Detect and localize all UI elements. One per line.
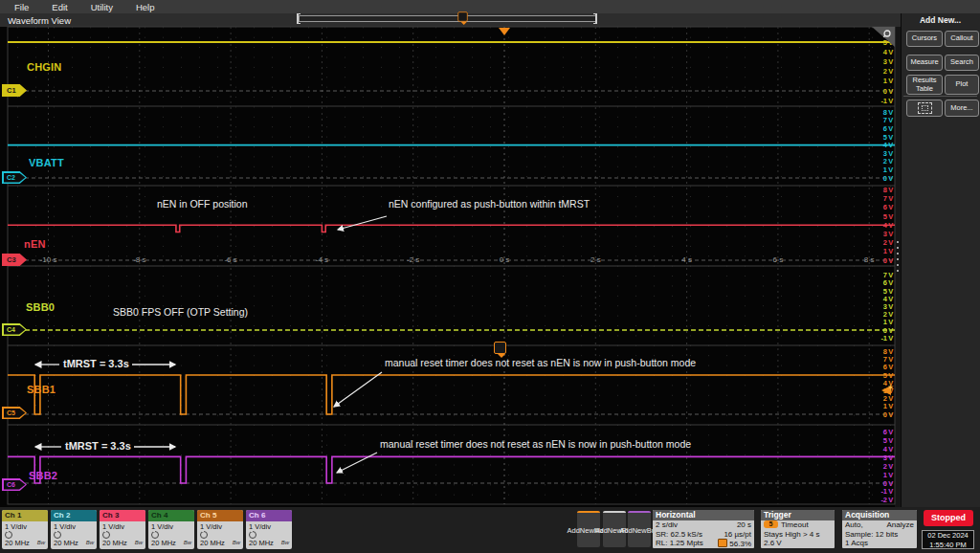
add-new-more-button[interactable]: More...	[945, 100, 979, 117]
annotation-callout[interactable]: manual reset timer does not reset as nEN…	[380, 438, 691, 450]
annotation-callout[interactable]: manual reset timer does not reset as nEN…	[385, 357, 696, 368]
add-new-results-table[interactable]: Results Table	[906, 75, 943, 95]
channel-vdiv: 1 V/div	[5, 522, 45, 531]
bottom-channel-badge-2[interactable]: Ch 21 V/div20 MHzBw	[51, 510, 97, 549]
scale-label-C6: 6 V	[862, 428, 893, 436]
channel-badge-body: 1 V/div20 MHzBw	[197, 521, 243, 548]
channel-bandwidth: 20 MHz	[5, 539, 30, 547]
probe-icon	[200, 531, 208, 539]
scale-label-C3: 0 V	[862, 256, 893, 265]
channel-bandwidth: 20 MHz	[102, 539, 127, 547]
probe-icon	[54, 531, 61, 539]
channel-badge-inner: C2	[4, 173, 26, 183]
trigger-panel[interactable]: Trigger 5Timeout Stays High > 4 s 2.6 V	[761, 510, 835, 548]
annotation-callout[interactable]: nEN in OFF position	[157, 198, 248, 210]
trigger-level: 2.6 V	[764, 539, 782, 548]
scale-label-C6: 0 V	[862, 479, 893, 488]
scale-label-C6: 4 V	[862, 445, 893, 453]
add-new-grid-button[interactable]	[906, 100, 943, 117]
channel-label-nEN: nEN	[24, 238, 46, 250]
bottom-channel-badge-6[interactable]: Ch 61 V/div20 MHzBw	[246, 510, 292, 549]
channel-vdiv: 1 V/div	[200, 522, 240, 531]
probe-row	[5, 531, 45, 539]
channel-bandwidth: 20 MHz	[54, 539, 78, 547]
acquisition-panel[interactable]: Acquisition Auto,Analyze Sample: 12 bits…	[842, 510, 917, 548]
probe-row	[200, 531, 240, 539]
horizontal-window: 20 s	[737, 520, 751, 530]
channel-badge-header: Ch 4	[148, 510, 194, 521]
bandwidth-row: 20 MHzBw	[151, 539, 191, 547]
annotation-callout[interactable]: SBB0 FPS OFF (OTP Setting)	[113, 306, 248, 318]
probe-icon	[249, 531, 256, 539]
acquisition-panel-title: Acquisition	[842, 510, 917, 520]
channel-label-CHGIN: CHGIN	[27, 61, 61, 73]
channel-vdiv: 1 V/div	[151, 522, 191, 531]
channel-bandwidth: 20 MHz	[249, 539, 274, 547]
oscilloscope-screen: FileEditUtilityHelp Waveform View -10 s-…	[0, 0, 980, 553]
trigger-event-pin[interactable]	[494, 342, 506, 354]
probe-row	[54, 531, 94, 539]
scale-label-C1: 0 V	[862, 87, 893, 96]
add-new-measure[interactable]: Measure	[906, 55, 943, 71]
scale-label-C4: -1 V	[862, 334, 893, 343]
scale-label-C3: 7 V	[862, 194, 893, 203]
trigger-position-pin-overview[interactable]	[457, 11, 467, 21]
bandwidth-limit-icon: Bw	[281, 539, 289, 547]
bottom-channel-badge-5[interactable]: Ch 51 V/div20 MHzBw	[197, 510, 243, 549]
graticule-dot-grid	[8, 27, 895, 504]
trigger-source-badge: 5	[764, 520, 778, 528]
bottom-channel-badge-4[interactable]: Ch 41 V/div20 MHzBw	[148, 510, 194, 549]
time-tick-label: 0 s	[490, 255, 519, 264]
channel-bandwidth: 20 MHz	[200, 539, 225, 547]
scale-label-C6: 1 V	[862, 471, 893, 479]
add-new-bus-button[interactable]: AddNewBus	[628, 511, 651, 547]
acquisition-count: 1 Acqs	[845, 539, 868, 548]
annotation-callout[interactable]: nEN configured as push-button within tMR…	[389, 198, 590, 210]
time-tick-label: 2 s	[581, 255, 610, 264]
probe-row	[151, 531, 191, 539]
run-stop-button[interactable]: Stopped	[924, 510, 973, 526]
channel-badge-body: 1 V/div20 MHzBw	[2, 521, 48, 548]
menu-help[interactable]: Help	[136, 2, 155, 12]
time-tick-label: -8 s	[125, 255, 154, 264]
add-new-search[interactable]: Search	[945, 55, 979, 71]
trigger-spark-icon: ✶	[887, 383, 895, 392]
channel-badge-body: 1 V/div20 MHzBw	[51, 521, 97, 548]
bandwidth-row: 20 MHzBw	[200, 539, 240, 547]
channel-badge-header: Ch 3	[100, 510, 145, 521]
probe-icon	[102, 531, 110, 539]
splitter-grip-handle[interactable]	[896, 239, 900, 272]
record-view-left-bracket	[297, 13, 301, 24]
channel-badge-body: 1 V/div20 MHzBw	[100, 521, 145, 548]
time-text: 1:55:40 PM	[923, 541, 973, 550]
bandwidth-limit-icon: Bw	[184, 539, 191, 547]
channel-badge-header: Ch 1	[2, 510, 48, 521]
bandwidth-row: 20 MHzBw	[5, 539, 45, 547]
dashed-grid-icon	[918, 102, 932, 114]
channel-badge-header: Ch 2	[51, 510, 97, 521]
scale-label-C5: 0 V	[862, 410, 893, 419]
add-new-callout[interactable]: Callout	[945, 31, 979, 47]
channel-label-SBB0: SBB0	[26, 301, 55, 313]
menu-file[interactable]: File	[14, 2, 29, 12]
bandwidth-limit-icon: Bw	[233, 539, 240, 547]
bottom-channel-badge-3[interactable]: Ch 31 V/div20 MHzBw	[100, 510, 145, 549]
add-new-plot[interactable]: Plot	[945, 75, 979, 95]
channel-label-VBATT: VBATT	[29, 157, 64, 168]
annotation-tmrst[interactable]: tMRST = 3.3s	[65, 440, 131, 452]
trigger-position-icon[interactable]	[499, 28, 510, 35]
menu-edit[interactable]: Edit	[52, 2, 67, 12]
channel-label-SBB1: SBB1	[27, 384, 56, 395]
horizontal-panel-title: Horizontal	[653, 510, 754, 520]
annotation-tmrst[interactable]: tMRST = 3.3s	[63, 358, 129, 369]
trigger-panel-title: Trigger	[761, 510, 835, 520]
scale-label-C1: 3 V	[862, 57, 893, 66]
add-new-cursors[interactable]: Cursors	[906, 31, 943, 47]
acquisition-mode: Auto,	[845, 520, 863, 530]
bandwidth-row: 20 MHzBw	[54, 539, 94, 547]
channel-label-SBB2: SBB2	[29, 470, 57, 481]
record-view-bar[interactable]	[299, 15, 596, 22]
horizontal-panel[interactable]: Horizontal 2 s/div20 s SR: 62.5 kS/s16 µ…	[653, 510, 754, 548]
bottom-channel-badge-1[interactable]: Ch 11 V/div20 MHzBw	[2, 510, 48, 549]
menu-utility[interactable]: Utility	[91, 2, 113, 12]
